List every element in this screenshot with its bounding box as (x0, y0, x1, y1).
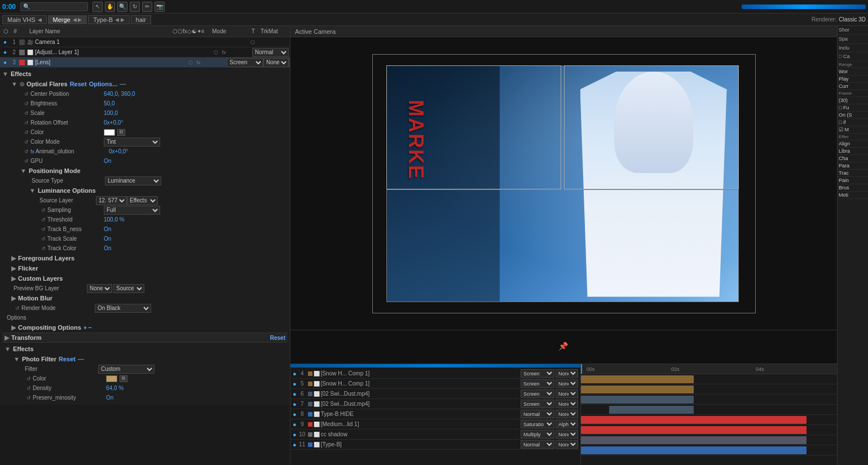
transform-header[interactable]: ▶ Transform Reset (2, 333, 288, 343)
tl-mode-4[interactable]: Screen (521, 369, 554, 378)
layer-mode-select-3[interactable]: Screen Normal Multiply (227, 58, 263, 67)
prop-select-rendermode[interactable]: On Black (95, 304, 151, 313)
layer-vis-2[interactable]: ● (1, 48, 9, 56)
right-panel-moti[interactable]: Moti (838, 192, 868, 199)
tl-vis-5[interactable]: ● (293, 380, 297, 387)
tl-layer-row-5[interactable]: ●5⬜[Snow H... Comp 1]ScreenNone (290, 379, 580, 389)
tl-layer-row-7[interactable]: ●7⬜[02 Swi...Dust.mp4]ScreenNone (290, 399, 580, 409)
prop-select-sourcelayer-comp[interactable]: Effects & (127, 196, 158, 205)
prop-val-gpu[interactable]: On (104, 158, 288, 164)
bottom-effects-header[interactable]: ▼ Effects (5, 344, 285, 354)
tl-vis-7[interactable]: ● (293, 401, 297, 408)
tl-vis-8[interactable]: ● (293, 411, 297, 418)
tl-layer-row-11[interactable]: ●11⬜[Type-B]NormalNone (290, 440, 580, 450)
comp-opts-add[interactable]: + (83, 324, 87, 331)
prop-select-preview-bg-source[interactable]: Source (113, 284, 144, 293)
flicker-title[interactable]: ▶ Flicker (2, 263, 288, 273)
hand-tool-btn[interactable]: ✋ (105, 2, 115, 12)
prop-val-trackscale[interactable]: On (104, 236, 288, 242)
tl-layer-row-9[interactable]: ●9⬜[Medium...lid 1]SaturatioAlpha (290, 419, 580, 429)
switch-solo-3[interactable]: ⬡ (187, 59, 194, 66)
tl-layer-row-4[interactable]: ●4⬜[Snow H... Comp 1]ScreenNone (290, 369, 580, 379)
color-swatch-main[interactable] (104, 129, 115, 136)
right-panel-char[interactable]: Cha (838, 155, 868, 162)
motion-blur-title[interactable]: ▶ Motion Blur (2, 293, 288, 303)
comp-tab-hair[interactable]: hair (131, 15, 151, 24)
prop-select-sourcelayer-num[interactable]: 12. 5775: (96, 196, 127, 205)
custom-layers-title[interactable]: ▶ Custom Layers (2, 273, 288, 284)
right-panel-work[interactable]: Wor (838, 68, 868, 76)
prop-val-scale[interactable]: 100,0 (104, 110, 288, 116)
tl-vis-9[interactable]: ● (293, 421, 297, 428)
luminance-options-title[interactable]: ▼ Luminance Options (11, 185, 288, 196)
prop-select-sourcetype[interactable]: Luminance (105, 176, 161, 185)
effects-header[interactable]: ▼ Effects (2, 69, 288, 79)
prop-val-center[interactable]: 640,0, 360,0 (104, 91, 288, 97)
tl-trk-7[interactable]: None (556, 400, 578, 408)
tl-trk-11[interactable]: None (556, 440, 578, 449)
tl-layer-row-8[interactable]: ●8⬜Type-B HIDENormalNone (290, 409, 580, 419)
tl-vis-4[interactable]: ● (293, 370, 297, 377)
selection-tool-btn[interactable]: ↖ (92, 2, 103, 12)
search-input[interactable] (20, 2, 88, 11)
tl-mode-6[interactable]: Screen (521, 389, 554, 398)
tl-mode-8[interactable]: Normal (521, 410, 554, 418)
tl-layer-row-10[interactable]: ●10⬜cc shadowMultiplyNone (290, 429, 580, 440)
switch-fx-2[interactable]: fx (221, 49, 227, 56)
right-panel-trac[interactable]: Trac (838, 170, 868, 177)
right-panel-fu[interactable]: □ Fu (838, 104, 868, 112)
prop-select-sampling[interactable]: Full (104, 206, 160, 215)
prop-val-rotation[interactable]: 0x+0,0° (104, 119, 288, 126)
prop-val-animati[interactable]: 0x+0,0° (109, 148, 288, 154)
preview-area[interactable]: MARKE (290, 37, 837, 330)
rotate-tool-btn[interactable]: ↻ (130, 2, 140, 12)
tl-vis-11[interactable]: ● (293, 441, 297, 448)
camera-tool-btn[interactable]: 📷 (155, 2, 165, 12)
optical-flares-title[interactable]: ▼ ◎ Optical Flares Reset Options... — (11, 79, 288, 89)
tl-layer-row-6[interactable]: ●6⬜[02 Swi...Dust.mp4]ScreenNone (290, 389, 580, 399)
right-panel-curr[interactable]: Curr (838, 83, 868, 90)
comp-tab-main-vhs[interactable]: Main VHS ◀ (2, 15, 47, 24)
layer-row-3[interactable]: ● 3 ⬜ [Lens] ⬡ fx Screen Normal Multiply… (0, 57, 290, 68)
layer-vis-3[interactable]: ● (1, 59, 9, 67)
prop-val-brightness[interactable]: 50,0 (104, 100, 288, 107)
tl-trk-10[interactable]: None (556, 430, 578, 439)
zoom-tool-btn[interactable]: 🔍 (117, 2, 127, 12)
prop-select-colormode[interactable]: Tint (104, 138, 160, 147)
photo-filter-reset[interactable]: Reset (59, 356, 76, 362)
layer-mode-select-2[interactable]: Normal Screen Multiply (252, 48, 289, 57)
tl-trk-6[interactable]: None (556, 389, 578, 398)
right-panel-brush[interactable]: Brus (838, 184, 868, 192)
positioning-mode-title[interactable]: ▼ Positioning Mode (11, 166, 288, 176)
pen-tool-btn[interactable]: ✏ (142, 2, 152, 12)
right-panel-play[interactable]: Play (838, 76, 868, 83)
right-panel-on[interactable]: On (S (838, 112, 868, 119)
optical-flares-options[interactable]: Options... (89, 81, 118, 87)
tl-trk-8[interactable]: None (556, 410, 578, 418)
tl-trk-5[interactable]: None (556, 379, 578, 388)
layer-row-2[interactable]: ● 2 ⬜ [Adjust... Layer 1] ⬡ fx Normal Sc… (0, 47, 290, 57)
tl-mode-7[interactable]: Screen (521, 400, 554, 408)
prop-val-density[interactable]: 64,0 % (106, 385, 285, 391)
tl-vis-6[interactable]: ● (293, 391, 297, 397)
tl-mode-5[interactable]: Screen (521, 379, 554, 388)
tl-mode-11[interactable]: Normal (521, 440, 554, 449)
tl-trk-9[interactable]: Alpha (556, 420, 578, 428)
tl-trk-4[interactable]: None (556, 369, 578, 378)
filter-color-link[interactable]: ⛓ (120, 375, 127, 382)
pin-icon[interactable]: 📌 (558, 342, 570, 353)
prop-val-threshold[interactable]: 100,0 % (104, 216, 288, 223)
layer-row-1[interactable]: ● 1 🎥 Camera 1 ⬡ (0, 37, 290, 47)
right-panel-libra[interactable]: Libra (838, 148, 868, 155)
right-panel-align[interactable]: Align (838, 140, 868, 148)
comp-tab-type-b[interactable]: Type-B ◀ ▶ (88, 15, 129, 24)
prop-select-filter[interactable]: Custom (98, 365, 155, 374)
switch-solo-1[interactable]: ⬡ (249, 39, 256, 46)
transform-reset[interactable]: Reset (270, 335, 285, 341)
foreground-layers-title[interactable]: ▶ Foreground Layers (2, 253, 288, 263)
color-link-btn[interactable]: ⛓ (117, 129, 125, 136)
optical-flares-reset[interactable]: Reset (70, 81, 87, 87)
right-panel-m[interactable]: ☑ M (838, 126, 868, 134)
timeline-playhead[interactable] (581, 364, 582, 374)
comp-tab-merge[interactable]: Merge ◀ ▶ (48, 15, 87, 24)
